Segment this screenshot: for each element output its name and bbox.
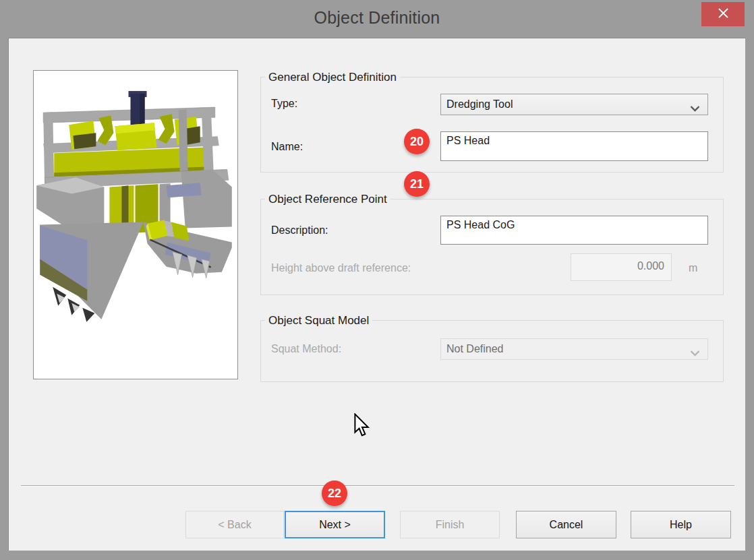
help-button[interactable]: Help <box>631 511 731 538</box>
footer-divider <box>21 485 734 487</box>
group-title: Object Reference Point <box>265 193 390 206</box>
name-label: Name: <box>271 141 303 153</box>
height-above-draft-input <box>571 253 672 281</box>
height-above-draft-label: Height above draft reference: <box>271 262 411 274</box>
close-icon <box>718 7 729 21</box>
squat-method-value: Not Defined <box>446 343 504 355</box>
title-bar: Object Definition <box>0 0 754 38</box>
dredging-tool-3d-render <box>34 71 237 379</box>
height-unit-label: m <box>689 262 697 274</box>
group-title: General Object Definition <box>265 71 400 84</box>
description-input[interactable] <box>440 216 708 245</box>
object-preview-image <box>33 70 238 379</box>
type-value: Dredging Tool <box>446 98 513 111</box>
finish-button: Finish <box>400 511 500 538</box>
type-label: Type: <box>271 98 297 110</box>
close-button[interactable] <box>701 2 745 26</box>
name-input[interactable] <box>440 131 708 161</box>
group-object-squat-model: Object Squat Model Squat Method: Not Def… <box>260 320 724 382</box>
object-definition-dialog: General Object Definition Type: Dredging… <box>8 38 745 551</box>
group-general-object-definition: General Object Definition Type: Dredging… <box>260 77 724 173</box>
type-combobox[interactable]: Dredging Tool <box>440 94 708 115</box>
next-button[interactable]: Next > <box>285 511 385 538</box>
description-label: Description: <box>271 224 328 237</box>
cancel-button[interactable]: Cancel <box>516 511 616 538</box>
step-badge-21: 21 <box>404 171 430 197</box>
back-button: < Back <box>185 511 284 538</box>
chevron-down-icon <box>690 102 700 115</box>
squat-method-label: Squat Method: <box>271 343 341 355</box>
chevron-down-icon <box>690 347 700 359</box>
step-badge-22: 22 <box>322 480 347 506</box>
squat-method-combobox: Not Defined <box>440 338 708 360</box>
mouse-cursor-icon <box>353 413 371 440</box>
window-title: Object Definition <box>0 0 754 34</box>
group-title: Object Squat Model <box>265 314 372 328</box>
step-badge-20: 20 <box>404 129 430 154</box>
group-object-reference-point: Object Reference Point Description: Heig… <box>260 199 724 295</box>
